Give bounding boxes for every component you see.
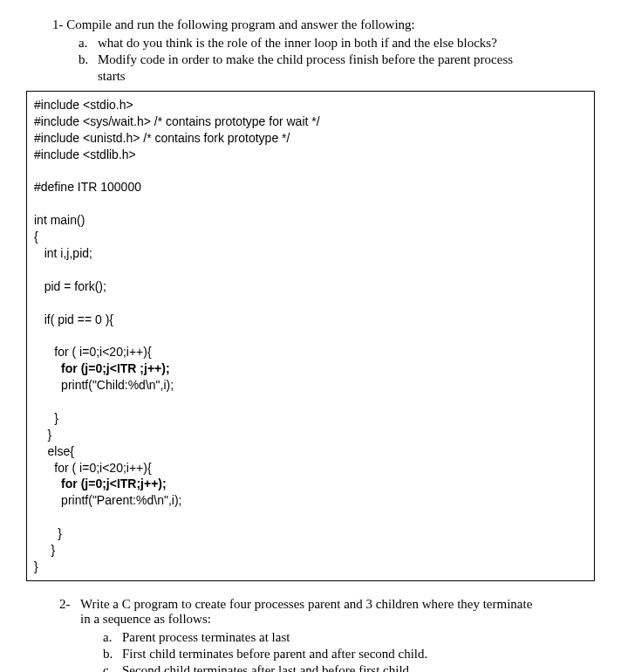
- code-block: #include <stdio.h> #include <sys/wait.h>…: [26, 91, 595, 581]
- q2-b: b. First child terminates before parent …: [103, 647, 595, 662]
- code-line: #include <unistd.h> /* contains fork pro…: [34, 131, 290, 145]
- code-line: for ( i=0;i<20;i++){: [34, 461, 152, 475]
- code-line: #include <stdlib.h>: [34, 147, 136, 161]
- code-line: #include <stdio.h>: [34, 98, 133, 112]
- question-2: 2- Write a C program to create four proc…: [59, 597, 595, 672]
- q2-sublist: a. Parent process terminates at last b. …: [103, 630, 595, 672]
- q2-c-text: Second child terminates after last and b…: [122, 663, 595, 672]
- code-line: else{: [34, 444, 74, 458]
- code-line: }: [34, 526, 62, 540]
- code-line: pid = fork();: [34, 279, 106, 293]
- code-line: }: [34, 428, 51, 442]
- code-line: }: [34, 543, 55, 557]
- code-line: #define ITR 100000: [34, 180, 141, 194]
- code-line: printf("Parent:%d\n",i);: [34, 493, 181, 507]
- q1-a-label: a.: [78, 36, 98, 51]
- q2-b-text: First child terminates before parent and…: [122, 647, 595, 662]
- q2-c-label: c.: [103, 663, 122, 672]
- q2-a-label: a.: [103, 630, 122, 645]
- code-line: for ( i=0;i<20;i++){: [34, 345, 152, 359]
- q1-a-text: what do you think is the role of the inn…: [98, 36, 595, 51]
- code-line: if( pid == 0 ){: [34, 312, 113, 326]
- code-line: for (j=0;j<ITR ;j++);: [34, 361, 170, 375]
- question-1: 1- Compile and run the following program…: [26, 17, 595, 84]
- q1-text: Compile and run the following program an…: [66, 17, 415, 31]
- code-line: int i,j,pid;: [34, 246, 92, 260]
- code-line: int main(): [34, 213, 85, 227]
- code-line: #include <sys/wait.h> /* contains protot…: [34, 114, 320, 128]
- q2-text-line2: in a sequence as follows:: [80, 612, 595, 627]
- q2-number: 2-: [59, 597, 80, 627]
- q2-b-label: b.: [103, 647, 122, 662]
- q2-a: a. Parent process terminates at last: [103, 630, 595, 645]
- q1-b-label: b.: [78, 52, 98, 67]
- code-line: for (j=0;j<ITR;j++);: [34, 477, 167, 490]
- code-line: {: [34, 230, 38, 243]
- q1-b-cont: starts: [98, 69, 595, 84]
- code-line: printf("Child:%d\n",i);: [34, 378, 174, 392]
- q1-b-text: Modify code in order to make the child p…: [98, 52, 595, 67]
- q1-a: a. what do you think is the role of the …: [78, 36, 595, 51]
- code-line: }: [34, 559, 38, 573]
- q1-b: b. Modify code in order to make the chil…: [78, 52, 595, 67]
- code-line: }: [34, 411, 58, 425]
- q2-c: c. Second child terminates after last an…: [103, 663, 595, 672]
- q2-a-text: Parent process terminates at last: [122, 630, 595, 645]
- q1-number: 1-: [52, 17, 64, 31]
- q2-text-line1: Write a C program to create four process…: [80, 597, 595, 612]
- q1-sublist: a. what do you think is the role of the …: [78, 36, 595, 84]
